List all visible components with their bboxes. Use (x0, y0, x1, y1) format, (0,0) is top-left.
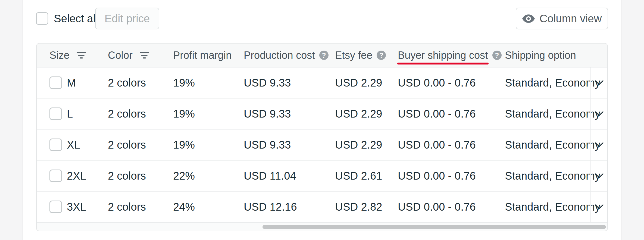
column-header-color-label: Color (108, 50, 133, 61)
help-icon[interactable]: ? (377, 51, 386, 60)
column-header-color: Color (108, 44, 151, 67)
profit-margin-cell: 22% (151, 161, 217, 191)
buyer-shipping-cost-cell: USD 0.00 - 0.76 (390, 161, 498, 191)
size-value: XL (67, 139, 80, 151)
pricing-table: Size Color Profit margin Production cost… (36, 43, 608, 231)
column-view-label: Column view (540, 13, 602, 25)
horizontal-scrollbar-track[interactable] (37, 223, 607, 231)
profit-margin-cell: 19% (151, 67, 217, 98)
select-all-label: Select all (54, 13, 98, 25)
column-header-size: Size (37, 44, 108, 67)
profit-margin-cell: 19% (151, 130, 217, 160)
size-value: L (67, 108, 73, 120)
shipping-option-cell: Standard, Economy (498, 192, 590, 222)
etsy-fee-cell: USD 2.29 (309, 67, 390, 98)
etsy-fee-cell: USD 2.29 (309, 130, 390, 160)
filter-icon[interactable] (140, 52, 149, 59)
production-cost-cell: USD 12.16 (217, 192, 309, 222)
expand-row-button[interactable] (590, 192, 607, 222)
chevron-down-icon (595, 80, 604, 85)
expand-row-button[interactable] (590, 161, 607, 191)
shipping-option-cell: Standard, Economy (498, 67, 590, 98)
chevron-down-icon (595, 111, 604, 116)
color-cell: 2 colors (108, 161, 151, 191)
size-value: 2XL (67, 170, 86, 182)
production-cost-cell: USD 9.33 (217, 130, 309, 160)
table-row: 3XL 2 colors 24% USD 12.16 USD 2.82 USD … (37, 192, 607, 223)
size-cell: XL (37, 130, 108, 160)
buyer-shipping-cost-cell: USD 0.00 - 0.76 (390, 99, 498, 129)
expand-row-button[interactable] (590, 99, 607, 129)
row-checkbox[interactable] (49, 170, 62, 182)
column-header-shipping-option-label: Shipping option (505, 50, 576, 61)
production-cost-cell: USD 9.33 (217, 67, 309, 98)
edit-price-button[interactable]: Edit price (95, 8, 159, 29)
shipping-option-cell: Standard, Economy (498, 161, 590, 191)
buyer-shipping-cost-cell: USD 0.00 - 0.76 (390, 192, 498, 222)
table-header-row: Size Color Profit margin Production cost… (37, 44, 607, 67)
row-checkbox[interactable] (49, 139, 62, 151)
profit-margin-cell: 24% (151, 192, 217, 222)
production-cost-cell: USD 11.04 (217, 161, 309, 191)
size-cell: L (37, 99, 108, 129)
chevron-down-icon (595, 173, 604, 179)
column-header-production-cost: Production cost ? (217, 44, 309, 67)
buyer-shipping-cost-cell: USD 0.00 - 0.76 (390, 130, 498, 160)
chevron-down-icon (595, 142, 604, 147)
shipping-option-cell: Standard, Economy (498, 130, 590, 160)
color-cell: 2 colors (108, 99, 151, 129)
table-row: L 2 colors 19% USD 9.33 USD 2.29 USD 0.0… (37, 99, 607, 130)
table-row: XL 2 colors 19% USD 9.33 USD 2.29 USD 0.… (37, 130, 607, 161)
table-row: 2XL 2 colors 22% USD 11.04 USD 2.61 USD … (37, 161, 607, 192)
column-header-etsy-fee-label: Etsy fee (335, 50, 372, 61)
row-checkbox[interactable] (49, 76, 62, 89)
horizontal-scrollbar-thumb[interactable] (262, 225, 606, 229)
row-checkbox[interactable] (49, 201, 62, 213)
table-row: M 2 colors 19% USD 9.33 USD 2.29 USD 0.0… (37, 67, 607, 99)
color-cell: 2 colors (108, 192, 151, 222)
etsy-fee-cell: USD 2.61 (309, 161, 390, 191)
column-header-etsy-fee: Etsy fee ? (309, 44, 390, 67)
expand-row-button[interactable] (590, 67, 607, 98)
size-cell: M (37, 67, 108, 98)
column-header-production-cost-label: Production cost (244, 50, 315, 61)
size-value: 3XL (67, 201, 86, 213)
etsy-fee-cell: USD 2.29 (309, 99, 390, 129)
production-cost-cell: USD 9.33 (217, 99, 309, 129)
buyer-shipping-cost-cell: USD 0.00 - 0.76 (390, 67, 498, 98)
etsy-fee-cell: USD 2.82 (309, 192, 390, 222)
column-header-shipping-option: Shipping option (498, 44, 590, 67)
column-view-button[interactable]: Column view (516, 8, 608, 29)
size-cell: 3XL (37, 192, 108, 222)
profit-margin-cell: 19% (151, 99, 217, 129)
shipping-option-cell: Standard, Economy (498, 99, 590, 129)
column-header-buyer-shipping-cost-label: Buyer shipping cost (398, 50, 488, 61)
row-checkbox[interactable] (49, 107, 62, 120)
size-cell: 2XL (37, 161, 108, 191)
select-all-control[interactable]: Select all (36, 8, 98, 29)
expand-row-button[interactable] (590, 130, 607, 160)
select-all-checkbox[interactable] (36, 12, 48, 25)
column-header-profit-margin: Profit margin (151, 44, 217, 67)
column-header-buyer-shipping-cost: Buyer shipping cost ? (390, 44, 498, 67)
color-cell: 2 colors (108, 67, 151, 98)
chevron-down-icon (595, 204, 604, 210)
column-header-size-label: Size (49, 50, 70, 61)
column-header-actions (590, 44, 607, 67)
size-value: M (67, 77, 76, 89)
filter-icon[interactable] (77, 52, 86, 59)
eye-icon (522, 14, 535, 23)
color-cell: 2 colors (108, 130, 151, 160)
